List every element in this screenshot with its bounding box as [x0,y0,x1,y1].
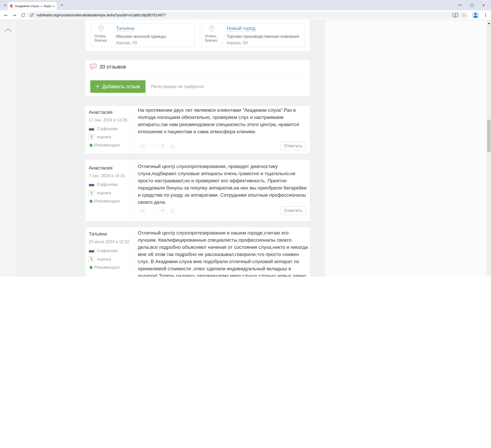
recommend-dot-icon [90,266,93,269]
russia-flag-icon [89,183,94,186]
registration-note: Регистрация не требуется [151,84,204,89]
chevron-up-icon [4,28,12,32]
triangle-up-icon [488,23,490,24]
review-author: Анастасия [89,165,113,171]
review-text: Отличный центр слухопротезирования в наш… [138,229,308,277]
tab-bar: Академия слуха — Кирова 59 × + × [0,0,491,10]
browser-tab[interactable]: Академия слуха — Кирова 59 × [8,2,57,10]
reply-button[interactable]: Ответить [281,142,306,150]
location-pin-icon [208,25,215,33]
minimize-icon [459,5,462,5]
nearby-card: Очень близко Новый город Торгово-произво… [201,23,305,47]
window-controls: × [454,0,489,10]
tab-title: Академия слуха — Кирова 59 [15,4,51,8]
reviews-header-section: 20 отзывов + Добавить отзыв Регистрация … [85,60,310,97]
russia-flag-icon [89,249,94,253]
rating-label: оценка [97,191,111,196]
minimize-button[interactable] [454,0,466,10]
nearby-place-category: Магазин женской одежды [116,34,192,39]
review-city: Сафоново [97,182,118,187]
nearby-card: Очень близко Татьяна Магазин женской оде… [91,23,195,47]
thumbs-up-button[interactable] [139,207,147,215]
browser-window: Академия слуха — Кирова 59 × + × ← → rub… [0,0,491,448]
thumbs-up-icon [141,143,146,149]
thumbs-down-button[interactable] [158,207,166,215]
nearby-place-address: Кирова, 59 [116,40,192,45]
close-button[interactable]: × [478,0,489,10]
scroll-to-top-button[interactable] [4,27,13,33]
review-date: 22 июля 2024 в 12:32 [89,240,129,244]
review-city: Сафоново [97,126,118,131]
browser-toolbar: ← → rubrikator.org/russia/smolensk/akade… [0,10,491,20]
chevron-down-icon [4,4,7,6]
scrollbar-track[interactable] [487,20,491,277]
rating-label: оценка [97,257,111,262]
reload-button[interactable] [20,12,26,18]
reviews-bubble-icon [90,64,97,70]
install-app-icon[interactable] [452,13,458,18]
review-card: Анастасия 7 сен. 2024 в 16:16 Сафоново 5… [85,159,310,221]
rating-value: 5 [89,190,94,196]
nearby-place-link[interactable]: Новый город [227,26,255,32]
location-pin-icon [98,25,104,33]
vote-count-placeholder: — [151,143,155,149]
close-icon: × [482,3,485,7]
back-button[interactable]: ← [3,12,9,18]
review-card: Татьяна 22 июля 2024 в 12:32 Сафоново 5о… [85,227,310,277]
scrollbar-thumb[interactable] [487,120,490,152]
forward-button[interactable]: → [11,12,17,18]
russia-flag-icon [89,127,94,131]
maximize-button[interactable] [466,0,478,10]
review-date: 17 сен. 2024 в 13:26 [89,118,127,122]
location-pin-favicon [10,4,13,8]
reply-button[interactable]: Ответить [281,206,306,215]
scrollbar-up-button[interactable] [487,21,491,25]
add-review-button[interactable]: + Добавить отзыв [90,80,146,93]
review-text: На протяжении двух лет являемся клиентам… [138,107,299,135]
review-date: 7 сен. 2024 в 16:16 [89,174,125,178]
reviews-count: 20 отзывов [99,64,126,70]
review-text: Отличный центр слухопротезирования, пров… [138,163,307,206]
url-text[interactable]: rubrikator.org/russia/smolensk/akademiya… [37,13,452,17]
report-warning-icon[interactable] [170,208,175,213]
reload-icon [21,13,26,18]
review-author: Татьяна [89,231,107,237]
thumbs-up-icon [141,208,146,213]
thumbs-down-icon [160,143,165,149]
nearby-place-address: Кирова, 59 [227,40,303,45]
rating-label: оценка [97,135,111,140]
recommend-label: Рекомендую [94,265,120,270]
maximize-icon [471,4,473,7]
nearby-places-section: Очень близко Татьяна Магазин женской оде… [85,20,310,51]
proximity-label: Очень близко [205,34,223,42]
review-author: Анастасия [89,109,113,115]
proximity-label: Очень близко [94,34,113,42]
review-city: Сафоново [97,248,118,253]
page-viewport: Очень близко Татьяна Магазин женской оде… [0,20,491,277]
vote-count-placeholder: — [151,208,155,213]
report-warning-icon[interactable] [170,143,175,149]
profile-avatar[interactable] [472,12,479,18]
address-bar[interactable]: rubrikator.org/russia/smolensk/akademiya… [27,12,469,19]
new-tab-button[interactable]: + [59,2,65,8]
site-info-icon[interactable] [30,13,34,17]
thumbs-down-icon [160,208,165,213]
recommend-dot-icon [90,200,93,203]
person-icon [472,12,479,18]
rating-value: 5 [89,134,94,140]
nearby-place-category: Торгово-производственная компания [227,34,303,39]
tab-search-button[interactable] [2,3,8,8]
tab-close-icon[interactable]: × [52,4,55,8]
bookmark-star-icon[interactable]: ☆ [462,12,466,18]
thumbs-down-button[interactable] [158,142,166,150]
recommend-label: Рекомендую [94,199,120,204]
left-rail [0,20,17,277]
browser-menu-icon[interactable] [483,13,488,18]
recommend-dot-icon [90,144,93,147]
review-card: Анастасия 17 сен. 2024 в 13:26 Сафоново … [85,106,310,154]
thumbs-up-button[interactable] [139,142,147,150]
plus-icon: + [96,82,99,90]
recommend-label: Рекомендую [94,143,120,148]
nearby-place-link[interactable]: Татьяна [116,26,134,32]
rating-value: 5 [89,256,94,262]
